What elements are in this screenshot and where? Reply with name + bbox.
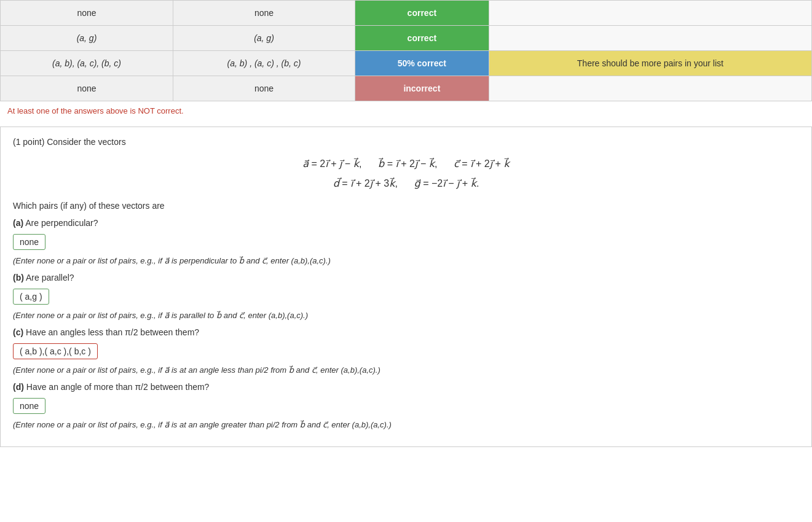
part-a: (a) Are perpendicular? none (Enter none …	[13, 218, 799, 265]
part-b-label: (b) Are parallel?	[13, 273, 799, 282]
part-b-answer[interactable]: ( a,g )	[13, 289, 49, 305]
warning-text: At least one of the answers above is NOT…	[0, 101, 812, 120]
result-cell: correct	[355, 26, 489, 51]
part-d-label: (d) Have an angle of more than π/2 betwe…	[13, 382, 799, 392]
part-c-label: (c) Have an angles less than π/2 between…	[13, 327, 799, 337]
part-d-hint: (Enter none or a pair or list of pairs, …	[13, 420, 799, 429]
student-answer-cell: none	[1, 76, 173, 101]
result-cell: incorrect	[355, 76, 489, 101]
part-c: (c) Have an angles less than π/2 between…	[13, 327, 799, 375]
part-a-hint: (Enter none or a pair or list of pairs, …	[13, 256, 799, 265]
problem-title: (1 point) Consider the vectors	[13, 137, 799, 147]
problem-points: (1 point)	[13, 137, 44, 147]
part-b-hint: (Enter none or a pair or list of pairs, …	[13, 311, 799, 320]
student-answer-cell: (a, g)	[1, 26, 173, 51]
feedback-cell	[489, 76, 811, 101]
correct-answer-cell: none	[173, 1, 355, 26]
correct-answer-cell: none	[173, 76, 355, 101]
part-b: (b) Are parallel? ( a,g ) (Enter none or…	[13, 273, 799, 320]
student-answer-cell: none	[1, 1, 173, 26]
result-cell: correct	[355, 1, 489, 26]
part-d-answer[interactable]: none	[13, 398, 45, 414]
part-d: (d) Have an angle of more than π/2 betwe…	[13, 382, 799, 429]
table-row: (a, b), (a, c), (b, c)(a, b) , (a, c) , …	[1, 51, 812, 76]
part-c-answer[interactable]: ( a,b ),( a,c ),( b,c )	[13, 343, 98, 359]
part-c-hint: (Enter none or a pair or list of pairs, …	[13, 365, 799, 375]
table-row: nonenonecorrect	[1, 1, 812, 26]
problem-intro: Consider the vectors	[47, 137, 125, 147]
problem-box: (1 point) Consider the vectors a⃗ = 2i⃗ …	[0, 127, 812, 447]
part-a-answer[interactable]: none	[13, 234, 45, 250]
result-cell: 50% correct	[355, 51, 489, 76]
feedback-cell	[489, 1, 811, 26]
feedback-cell: There should be more pairs in your list	[489, 51, 811, 76]
table-row: (a, g)(a, g)correct	[1, 26, 812, 51]
correct-answer-cell: (a, b) , (a, c) , (b, c)	[173, 51, 355, 76]
problem-question: Which pairs (if any) of these vectors ar…	[13, 201, 799, 211]
correct-answer-cell: (a, g)	[173, 26, 355, 51]
feedback-cell	[489, 26, 811, 51]
table-row: nonenoneincorrect	[1, 76, 812, 101]
part-a-label: (a) Are perpendicular?	[13, 218, 799, 228]
student-answer-cell: (a, b), (a, c), (b, c)	[1, 51, 173, 76]
math-equations: a⃗ = 2i⃗ + j⃗ − k⃗, b⃗ = i⃗ + 2j⃗ − k⃗, …	[13, 154, 799, 193]
